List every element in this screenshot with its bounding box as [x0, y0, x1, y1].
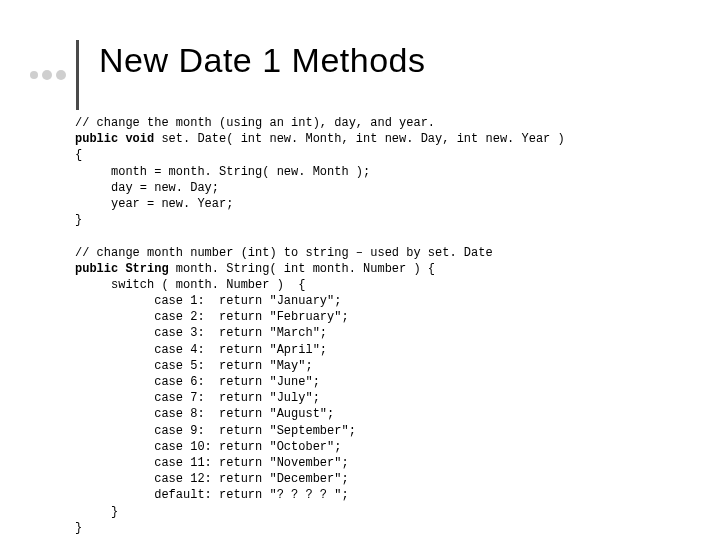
- code-line: }: [75, 521, 82, 535]
- code-line: case 8: return "August";: [75, 407, 334, 421]
- bullet-icon: [30, 71, 38, 79]
- code-line: case 4: return "April";: [75, 343, 327, 357]
- code-line: month. String( int month. Number ) {: [169, 262, 435, 276]
- code-line: default: return "? ? ? ? ";: [75, 488, 349, 502]
- code-line: case 11: return "November";: [75, 456, 349, 470]
- code-line: case 6: return "June";: [75, 375, 320, 389]
- code-line: month = month. String( new. Month );: [75, 165, 370, 179]
- code-line: case 1: return "January";: [75, 294, 341, 308]
- code-line: case 7: return "July";: [75, 391, 320, 405]
- code-line: }: [75, 213, 82, 227]
- code-line: case 12: return "December";: [75, 472, 349, 486]
- code-keyword: public void: [75, 132, 154, 146]
- code-line: case 9: return "September";: [75, 424, 356, 438]
- code-line: day = new. Day;: [75, 181, 219, 195]
- code-line: }: [75, 505, 118, 519]
- code-line: case 10: return "October";: [75, 440, 341, 454]
- bullet-icon: [42, 70, 52, 80]
- code-line: case 3: return "March";: [75, 326, 327, 340]
- bullet-icon: [56, 70, 66, 80]
- code-line: case 5: return "May";: [75, 359, 313, 373]
- title-bullets: [30, 40, 79, 110]
- page-title: New Date 1 Methods: [99, 41, 426, 80]
- code-line: set. Date( int new. Month, int new. Day,…: [154, 132, 564, 146]
- code-line: year = new. Year;: [75, 197, 233, 211]
- code-line: // change the month (using an int), day,…: [75, 116, 435, 130]
- vertical-bar-icon: [76, 40, 79, 110]
- code-line: {: [75, 148, 82, 162]
- title-row: New Date 1 Methods: [30, 10, 690, 110]
- code-line: // change month number (int) to string –…: [75, 246, 493, 260]
- code-line: switch ( month. Number ) {: [75, 278, 305, 292]
- code-line: case 2: return "February";: [75, 310, 349, 324]
- code-block: // change the month (using an int), day,…: [75, 115, 680, 536]
- code-keyword: public String: [75, 262, 169, 276]
